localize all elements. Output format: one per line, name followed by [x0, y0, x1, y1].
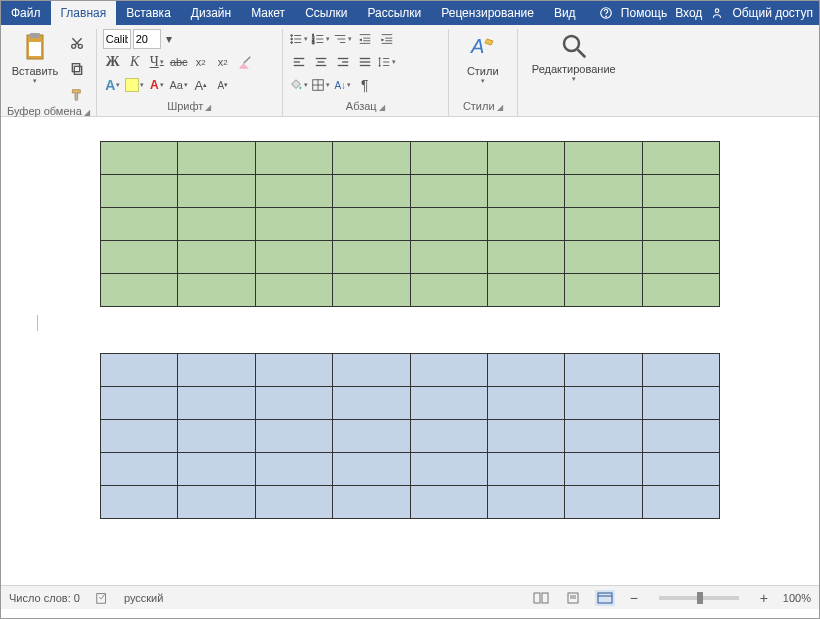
justify-button[interactable] [355, 52, 375, 72]
cut-icon[interactable] [67, 33, 87, 53]
styles-group-label: Стили [463, 100, 495, 112]
align-center-button[interactable] [311, 52, 331, 72]
language-label[interactable]: русский [124, 592, 163, 604]
proofing-icon[interactable] [92, 590, 112, 606]
shading-button[interactable] [289, 75, 309, 95]
share-icon [710, 6, 724, 20]
highlight-button[interactable] [125, 75, 145, 95]
borders-button[interactable] [311, 75, 331, 95]
font-group-label: Шрифт [167, 100, 203, 112]
italic-button[interactable]: К [125, 52, 145, 72]
indent-button[interactable] [377, 29, 397, 49]
align-right-button[interactable] [333, 52, 353, 72]
copy-icon[interactable] [67, 59, 87, 79]
bold-button[interactable]: Ж [103, 52, 123, 72]
print-layout-icon[interactable] [563, 590, 583, 606]
multilevel-button[interactable] [333, 29, 353, 49]
ribbon: Вставить ▾ Буфер обмена◢ ▾ Ж К Ч abc [1, 25, 819, 117]
zoom-slider[interactable] [659, 596, 739, 600]
menu-view[interactable]: Вид [544, 1, 586, 25]
menu-layout[interactable]: Макет [241, 1, 295, 25]
svg-rect-5 [29, 42, 41, 56]
clear-format-button[interactable] [235, 52, 255, 72]
menu-home[interactable]: Главная [51, 1, 117, 25]
table-1[interactable] [100, 141, 720, 307]
styles-label: Стили [467, 65, 499, 77]
share-label[interactable]: Общий доступ [732, 6, 813, 20]
word-count[interactable]: Число слов: 0 [9, 592, 80, 604]
align-left-button[interactable] [289, 52, 309, 72]
svg-rect-56 [542, 593, 548, 603]
svg-rect-8 [74, 66, 81, 74]
superscript-button[interactable]: x2 [213, 52, 233, 72]
svg-rect-60 [598, 593, 612, 603]
editing-button[interactable]: Редактирование ▾ [524, 29, 624, 100]
line-spacing-button[interactable] [377, 52, 397, 72]
font-color-button[interactable]: A [147, 75, 167, 95]
numbering-button[interactable]: 123 [311, 29, 331, 49]
outdent-button[interactable] [355, 29, 375, 49]
zoom-in-button[interactable]: + [757, 590, 771, 606]
help-icon[interactable] [599, 6, 613, 20]
bullets-button[interactable] [289, 29, 309, 49]
paste-button[interactable]: Вставить ▾ [7, 29, 63, 105]
zoom-value[interactable]: 100% [783, 592, 811, 604]
zoom-out-button[interactable]: − [627, 590, 641, 606]
main-menubar: Файл Главная Вставка Дизайн Макет Ссылки… [1, 1, 819, 25]
paste-label: Вставить [12, 65, 59, 77]
svg-point-2 [716, 9, 720, 12]
svg-point-1 [606, 16, 607, 17]
grow-font-button[interactable]: A▴ [191, 75, 211, 95]
svg-rect-4 [30, 33, 40, 38]
menu-design[interactable]: Дизайн [181, 1, 241, 25]
web-layout-icon[interactable] [595, 590, 615, 606]
strike-button[interactable]: abc [169, 52, 189, 72]
editing-label: Редактирование [532, 63, 616, 75]
svg-point-10 [291, 35, 293, 37]
svg-point-12 [291, 38, 293, 40]
text-effects-button[interactable]: A [103, 75, 123, 95]
group-clipboard: Вставить ▾ Буфер обмена◢ [1, 29, 97, 116]
group-paragraph: 123 A↓ ¶ Абзац◢ [283, 29, 449, 116]
styles-button[interactable]: A Стили ▾ [455, 29, 511, 100]
svg-text:A: A [470, 35, 484, 57]
svg-point-14 [291, 42, 293, 44]
clipboard-group-label: Буфер обмена [7, 105, 82, 117]
format-painter-icon[interactable] [67, 85, 87, 105]
table-2[interactable] [100, 353, 720, 519]
font-name-input[interactable] [103, 29, 131, 49]
menu-references[interactable]: Ссылки [295, 1, 357, 25]
text-cursor [37, 315, 38, 331]
group-editing: Редактирование ▾ [518, 29, 630, 116]
svg-rect-9 [72, 64, 79, 72]
help-label[interactable]: Помощь [621, 6, 667, 20]
svg-rect-55 [534, 593, 540, 603]
subscript-button[interactable]: x2 [191, 52, 211, 72]
clipboard-icon [19, 31, 51, 63]
sort-button[interactable]: A↓ [333, 75, 353, 95]
menu-mailings[interactable]: Рассылки [357, 1, 431, 25]
change-case-button[interactable]: Aa [169, 75, 189, 95]
document-canvas[interactable] [1, 117, 819, 585]
paragraph-group-label: Абзац [346, 100, 377, 112]
group-styles: A Стили ▾ Стили◢ [449, 29, 518, 116]
svg-text:3: 3 [312, 40, 315, 45]
underline-button[interactable]: Ч [147, 52, 167, 72]
svg-line-53 [578, 50, 586, 58]
status-bar: Число слов: 0 русский − + 100% [1, 585, 819, 609]
font-size-stepper[interactable]: ▾ [163, 29, 175, 49]
menu-file[interactable]: Файл [1, 1, 51, 25]
group-font: ▾ Ж К Ч abc x2 x2 A A Aa A▴ A▾ Шрифт◢ [97, 29, 283, 116]
read-mode-icon[interactable] [531, 590, 551, 606]
login-label[interactable]: Вход [675, 6, 702, 20]
menu-insert[interactable]: Вставка [116, 1, 181, 25]
shrink-font-button[interactable]: A▾ [213, 75, 233, 95]
svg-point-52 [564, 36, 579, 51]
menu-review[interactable]: Рецензирование [431, 1, 544, 25]
font-size-input[interactable] [133, 29, 161, 49]
show-marks-button[interactable]: ¶ [355, 75, 375, 95]
